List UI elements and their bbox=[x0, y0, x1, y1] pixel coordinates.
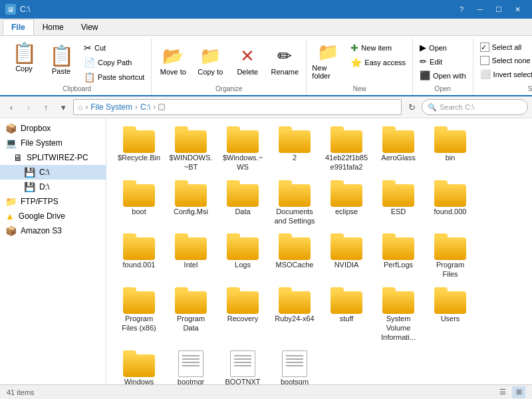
file-item[interactable]: $WINDOWS.~BT bbox=[166, 124, 215, 175]
file-item[interactable]: AeroGlass bbox=[374, 124, 423, 175]
file-item[interactable]: PerfLogs bbox=[374, 231, 423, 282]
file-item[interactable]: Program Data bbox=[166, 285, 215, 345]
up-button[interactable]: ↑ bbox=[39, 100, 53, 114]
c-drive-icon: 💾 bbox=[24, 167, 35, 178]
file-item[interactable]: Ruby24-x64 bbox=[270, 285, 319, 345]
recent-locations-button[interactable]: ▾ bbox=[56, 100, 70, 114]
address-path[interactable]: ⌂ › File System › C:\ › bbox=[73, 99, 402, 115]
file-item[interactable]: NVIDIA bbox=[322, 231, 371, 282]
back-button[interactable]: ‹ bbox=[4, 100, 19, 114]
file-item[interactable]: Intel bbox=[166, 231, 215, 282]
easy-access-button[interactable]: ⭐ Easy access bbox=[348, 56, 408, 69]
file-label: Program Files bbox=[428, 260, 472, 279]
filesystem-icon: 💻 bbox=[5, 138, 17, 148]
file-item[interactable]: Program Files bbox=[426, 231, 475, 282]
file-item[interactable]: $Recycle.Bin bbox=[114, 124, 164, 175]
details-view-btn[interactable]: ☰ bbox=[496, 386, 509, 398]
sidebar-item-ftp[interactable]: 📁 FTP/FTPS bbox=[0, 194, 106, 209]
folder-icon bbox=[279, 287, 311, 314]
new-item-button[interactable]: ✚ New item bbox=[348, 41, 408, 55]
new-content: 📁 New folder ✚ New item ⭐ Easy access bbox=[311, 39, 408, 84]
delete-button[interactable]: ✕ Delete bbox=[230, 41, 265, 80]
tab-file[interactable]: File bbox=[3, 19, 34, 35]
file-item[interactable]: Recovery bbox=[218, 285, 267, 345]
rename-icon: ✏ bbox=[277, 46, 292, 66]
organize-buttons: 📂 Move to 📁 Copy to ✕ Delete ✏ Rename bbox=[156, 39, 302, 80]
refresh-button[interactable]: ↻ bbox=[404, 100, 419, 114]
select-none-button[interactable]: Select none bbox=[477, 55, 532, 66]
new-folder-button[interactable]: 📁 New folder bbox=[311, 41, 345, 80]
file-item[interactable]: eclipse bbox=[322, 178, 371, 229]
file-item[interactable]: Program Files (x86) bbox=[114, 285, 164, 345]
file-item[interactable]: bootsqm bbox=[270, 348, 319, 384]
file-item[interactable]: found.000 bbox=[426, 178, 475, 229]
open-label: Open bbox=[417, 85, 469, 92]
paste-button[interactable]: 📋 Paste bbox=[44, 41, 78, 80]
file-item[interactable]: System Volume Informati... bbox=[374, 285, 423, 345]
file-item[interactable]: 41eb22f1b85e991fafa2 bbox=[322, 124, 371, 175]
file-item[interactable]: boot bbox=[114, 178, 164, 229]
folder-icon bbox=[279, 180, 311, 207]
copy-button[interactable]: 📋 Copy bbox=[7, 39, 41, 77]
open-button[interactable]: ▶ Open bbox=[417, 41, 469, 54]
path-drive[interactable]: C:\ bbox=[140, 102, 150, 112]
file-item[interactable]: Documents and Settings bbox=[270, 178, 319, 229]
paste-col: 📋 Paste bbox=[44, 39, 78, 80]
sidebar-item-gdrive[interactable]: ▲ Google Drive bbox=[0, 209, 106, 223]
organize-content: 📂 Move to 📁 Copy to ✕ Delete ✏ Rename bbox=[156, 39, 302, 84]
organize-label: Organize bbox=[156, 85, 302, 92]
select-all-button[interactable]: ✓ Select all bbox=[477, 41, 532, 53]
file-item[interactable]: Data bbox=[218, 178, 267, 229]
file-item[interactable]: Users bbox=[426, 285, 475, 345]
window-controls: ? ─ ☐ ✕ bbox=[452, 0, 527, 19]
file-item[interactable]: Windows bbox=[114, 348, 164, 384]
file-item[interactable]: MSOCache bbox=[270, 231, 319, 282]
tab-home[interactable]: Home bbox=[34, 19, 72, 35]
tab-view[interactable]: View bbox=[72, 19, 107, 35]
paste-icon: 📋 bbox=[49, 46, 74, 66]
file-item[interactable]: ESD bbox=[374, 178, 423, 229]
clipboard-content: 📋 Copy 📋 Paste ✂ Cut 📄 Copy Path bbox=[7, 39, 147, 84]
sidebar-item-d-drive[interactable]: 💾 D:\ bbox=[0, 180, 106, 194]
maximize-btn[interactable]: ☐ bbox=[489, 0, 508, 19]
move-to-button[interactable]: 📂 Move to bbox=[156, 41, 190, 80]
cut-button[interactable]: ✂ Cut bbox=[81, 41, 147, 55]
file-item[interactable]: Config.Msi bbox=[166, 178, 215, 229]
file-label: bin bbox=[446, 153, 456, 162]
ftp-icon: 📁 bbox=[5, 196, 17, 207]
file-label: Ruby24-x64 bbox=[275, 314, 314, 323]
sidebar-item-c-drive[interactable]: 💾 C:\ bbox=[0, 165, 106, 180]
sidebar-item-dropbox[interactable]: 📦 Dropbox bbox=[0, 121, 106, 136]
large-icons-view-btn[interactable]: ⊞ bbox=[512, 386, 525, 398]
easy-access-icon: ⭐ bbox=[350, 57, 362, 68]
path-filesystem[interactable]: File System bbox=[90, 102, 132, 112]
minimize-btn[interactable]: ─ bbox=[471, 0, 489, 19]
open-with-button[interactable]: ⬛ Open with bbox=[417, 69, 469, 82]
file-item[interactable]: 2 bbox=[270, 124, 319, 175]
search-box[interactable]: 🔍 Search C:\ bbox=[422, 99, 528, 115]
file-item[interactable]: bin bbox=[426, 124, 475, 175]
invert-selection-button[interactable]: ⬜ Invert selection bbox=[477, 68, 532, 80]
folder-icon bbox=[382, 287, 414, 314]
sidebar-item-pc[interactable]: 🖥 SPLITWIREZ-PC bbox=[0, 150, 106, 165]
file-item[interactable]: found.001 bbox=[114, 231, 164, 282]
select-label: Select bbox=[477, 85, 532, 92]
sidebar-item-s3[interactable]: 📦 Amazon S3 bbox=[0, 223, 106, 238]
file-item[interactable]: Logs bbox=[218, 231, 267, 282]
window-title: C:\ bbox=[20, 5, 30, 14]
file-item[interactable]: $Windows.~WS bbox=[218, 124, 267, 175]
copy-icon: 📋 bbox=[12, 43, 37, 63]
close-btn[interactable]: ✕ bbox=[508, 0, 527, 19]
edit-button[interactable]: ✏ Edit bbox=[417, 55, 469, 68]
paste-shortcut-button[interactable]: 📋 Paste shortcut bbox=[81, 70, 147, 84]
help-btn[interactable]: ? bbox=[452, 0, 471, 19]
forward-button[interactable]: › bbox=[21, 100, 36, 114]
rename-button[interactable]: ✏ Rename bbox=[267, 41, 302, 80]
file-item[interactable]: bootmgr bbox=[166, 348, 215, 384]
file-item[interactable]: BOOTNXT bbox=[218, 348, 267, 384]
copy-to-button[interactable]: 📁 Copy to bbox=[193, 41, 227, 80]
file-label: Windows bbox=[124, 377, 154, 384]
file-item[interactable]: stuff bbox=[322, 285, 371, 345]
sidebar-item-filesystem[interactable]: 💻 File System bbox=[0, 136, 106, 150]
copy-path-button[interactable]: 📄 Copy Path bbox=[81, 56, 147, 69]
